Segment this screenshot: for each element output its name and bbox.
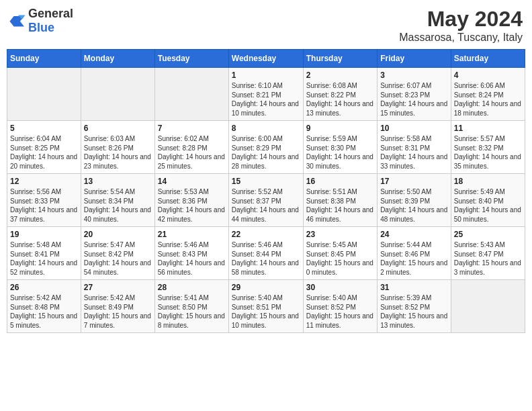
calendar-cell: 31Sunrise: 5:39 AM Sunset: 8:52 PM Dayli… — [378, 280, 451, 333]
day-number: 16 — [306, 177, 374, 186]
title-block: May 2024 Massarosa, Tuscany, Italy — [399, 7, 523, 44]
calendar-cell: 23Sunrise: 5:45 AM Sunset: 8:45 PM Dayli… — [303, 227, 377, 280]
day-info: Sunrise: 5:52 AM Sunset: 8:37 PM Dayligh… — [232, 187, 300, 224]
calendar-cell: 15Sunrise: 5:52 AM Sunset: 8:37 PM Dayli… — [228, 174, 303, 227]
calendar-cell: 10Sunrise: 5:58 AM Sunset: 8:31 PM Dayli… — [378, 121, 451, 174]
weekday-header: Friday — [378, 50, 451, 68]
location-title: Massarosa, Tuscany, Italy — [399, 32, 523, 44]
day-info: Sunrise: 6:10 AM Sunset: 8:21 PM Dayligh… — [232, 81, 300, 118]
day-info: Sunrise: 5:46 AM Sunset: 8:44 PM Dayligh… — [232, 240, 300, 277]
day-info: Sunrise: 5:40 AM Sunset: 8:52 PM Dayligh… — [306, 293, 374, 330]
weekday-header: Thursday — [303, 50, 377, 68]
calendar-cell: 5Sunrise: 6:04 AM Sunset: 8:25 PM Daylig… — [7, 121, 81, 174]
calendar-cell: 9Sunrise: 5:59 AM Sunset: 8:30 PM Daylig… — [303, 121, 377, 174]
weekday-header: Tuesday — [154, 50, 228, 68]
day-info: Sunrise: 5:42 AM Sunset: 8:48 PM Dayligh… — [10, 293, 78, 330]
calendar-body: 1Sunrise: 6:10 AM Sunset: 8:21 PM Daylig… — [7, 68, 525, 333]
day-info: Sunrise: 6:04 AM Sunset: 8:25 PM Dayligh… — [10, 134, 78, 171]
calendar-week-row: 12Sunrise: 5:56 AM Sunset: 8:33 PM Dayli… — [7, 174, 525, 227]
day-info: Sunrise: 5:50 AM Sunset: 8:39 PM Dayligh… — [380, 187, 448, 224]
day-number: 4 — [454, 71, 522, 80]
weekday-header: Saturday — [451, 50, 525, 68]
day-number: 6 — [84, 124, 152, 133]
calendar-cell: 7Sunrise: 6:02 AM Sunset: 8:28 PM Daylig… — [154, 121, 228, 174]
day-number: 22 — [232, 230, 300, 239]
day-number: 26 — [10, 283, 78, 292]
day-number: 19 — [10, 230, 78, 239]
day-info: Sunrise: 5:40 AM Sunset: 8:51 PM Dayligh… — [232, 293, 300, 330]
weekday-header: Sunday — [7, 50, 81, 68]
day-info: Sunrise: 6:00 AM Sunset: 8:29 PM Dayligh… — [232, 134, 300, 171]
day-number: 10 — [380, 124, 448, 133]
calendar-cell: 13Sunrise: 5:54 AM Sunset: 8:34 PM Dayli… — [81, 174, 154, 227]
calendar-week-row: 26Sunrise: 5:42 AM Sunset: 8:48 PM Dayli… — [7, 280, 525, 333]
calendar-cell: 30Sunrise: 5:40 AM Sunset: 8:52 PM Dayli… — [303, 280, 377, 333]
calendar-table: SundayMondayTuesdayWednesdayThursdayFrid… — [7, 49, 525, 333]
day-info: Sunrise: 5:45 AM Sunset: 8:45 PM Dayligh… — [306, 240, 374, 277]
day-number: 9 — [306, 124, 374, 133]
day-info: Sunrise: 6:03 AM Sunset: 8:26 PM Dayligh… — [84, 134, 152, 171]
day-info: Sunrise: 6:07 AM Sunset: 8:23 PM Dayligh… — [380, 81, 448, 118]
day-info: Sunrise: 5:49 AM Sunset: 8:40 PM Dayligh… — [454, 187, 522, 224]
day-info: Sunrise: 6:06 AM Sunset: 8:24 PM Dayligh… — [454, 81, 522, 118]
calendar-cell: 12Sunrise: 5:56 AM Sunset: 8:33 PM Dayli… — [7, 174, 81, 227]
calendar-cell — [7, 68, 81, 121]
calendar-cell: 8Sunrise: 6:00 AM Sunset: 8:29 PM Daylig… — [228, 121, 303, 174]
page-header: General Blue May 2024 Massarosa, Tuscany… — [7, 7, 525, 44]
logo-blue: Blue — [28, 21, 54, 34]
calendar-cell: 24Sunrise: 5:44 AM Sunset: 8:46 PM Dayli… — [378, 227, 451, 280]
day-number: 15 — [232, 177, 300, 186]
day-info: Sunrise: 6:08 AM Sunset: 8:22 PM Dayligh… — [306, 81, 374, 118]
day-number: 20 — [84, 230, 152, 239]
logo-general: General — [28, 7, 73, 20]
day-info: Sunrise: 5:48 AM Sunset: 8:41 PM Dayligh… — [10, 240, 78, 277]
day-number: 21 — [158, 230, 226, 239]
calendar-cell: 1Sunrise: 6:10 AM Sunset: 8:21 PM Daylig… — [228, 68, 303, 121]
day-info: Sunrise: 5:47 AM Sunset: 8:42 PM Dayligh… — [84, 240, 152, 277]
day-info: Sunrise: 5:53 AM Sunset: 8:36 PM Dayligh… — [158, 187, 226, 224]
day-number: 18 — [454, 177, 522, 186]
calendar-header: SundayMondayTuesdayWednesdayThursdayFrid… — [7, 50, 525, 68]
day-number: 24 — [380, 230, 448, 239]
day-number: 31 — [380, 283, 448, 292]
weekday-header: Wednesday — [228, 50, 303, 68]
calendar-cell: 22Sunrise: 5:46 AM Sunset: 8:44 PM Dayli… — [228, 227, 303, 280]
day-info: Sunrise: 5:51 AM Sunset: 8:38 PM Dayligh… — [306, 187, 374, 224]
calendar-week-row: 5Sunrise: 6:04 AM Sunset: 8:25 PM Daylig… — [7, 121, 525, 174]
calendar-cell: 26Sunrise: 5:42 AM Sunset: 8:48 PM Dayli… — [7, 280, 81, 333]
day-info: Sunrise: 5:41 AM Sunset: 8:50 PM Dayligh… — [158, 293, 226, 330]
day-info: Sunrise: 5:56 AM Sunset: 8:33 PM Dayligh… — [10, 187, 78, 224]
day-info: Sunrise: 5:54 AM Sunset: 8:34 PM Dayligh… — [84, 187, 152, 224]
day-info: Sunrise: 5:46 AM Sunset: 8:43 PM Dayligh… — [158, 240, 226, 277]
day-info: Sunrise: 5:39 AM Sunset: 8:52 PM Dayligh… — [380, 293, 448, 330]
calendar-week-row: 1Sunrise: 6:10 AM Sunset: 8:21 PM Daylig… — [7, 68, 525, 121]
calendar-cell: 16Sunrise: 5:51 AM Sunset: 8:38 PM Dayli… — [303, 174, 377, 227]
day-number: 25 — [454, 230, 522, 239]
day-number: 3 — [380, 71, 448, 80]
logo-icon — [9, 14, 26, 28]
day-number: 13 — [84, 177, 152, 186]
month-title: May 2024 — [399, 7, 523, 32]
day-number: 17 — [380, 177, 448, 186]
calendar-cell — [154, 68, 228, 121]
day-number: 14 — [158, 177, 226, 186]
day-number: 8 — [232, 124, 300, 133]
day-number: 30 — [306, 283, 374, 292]
day-info: Sunrise: 5:58 AM Sunset: 8:31 PM Dayligh… — [380, 134, 448, 171]
calendar-cell: 20Sunrise: 5:47 AM Sunset: 8:42 PM Dayli… — [81, 227, 154, 280]
calendar-cell: 28Sunrise: 5:41 AM Sunset: 8:50 PM Dayli… — [154, 280, 228, 333]
calendar-cell: 14Sunrise: 5:53 AM Sunset: 8:36 PM Dayli… — [154, 174, 228, 227]
calendar-cell: 17Sunrise: 5:50 AM Sunset: 8:39 PM Dayli… — [378, 174, 451, 227]
calendar-cell: 29Sunrise: 5:40 AM Sunset: 8:51 PM Dayli… — [228, 280, 303, 333]
calendar-cell: 27Sunrise: 5:42 AM Sunset: 8:49 PM Dayli… — [81, 280, 154, 333]
logo-text: General Blue — [28, 7, 73, 35]
day-info: Sunrise: 5:59 AM Sunset: 8:30 PM Dayligh… — [306, 134, 374, 171]
day-number: 1 — [232, 71, 300, 80]
day-number: 5 — [10, 124, 78, 133]
day-number: 12 — [10, 177, 78, 186]
calendar-cell: 3Sunrise: 6:07 AM Sunset: 8:23 PM Daylig… — [378, 68, 451, 121]
calendar-cell: 11Sunrise: 5:57 AM Sunset: 8:32 PM Dayli… — [451, 121, 525, 174]
weekday-row: SundayMondayTuesdayWednesdayThursdayFrid… — [7, 50, 525, 68]
day-info: Sunrise: 5:43 AM Sunset: 8:47 PM Dayligh… — [454, 240, 522, 277]
calendar-cell — [81, 68, 154, 121]
